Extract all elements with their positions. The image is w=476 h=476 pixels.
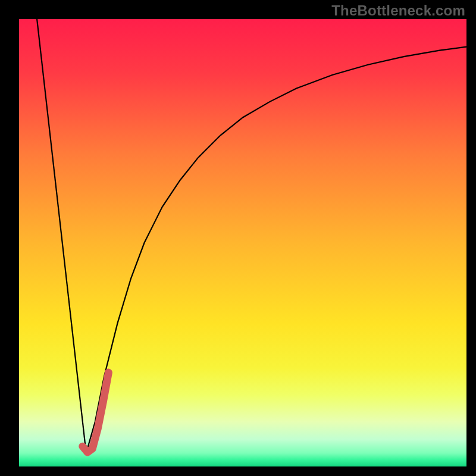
watermark-text: TheBottleneck.com xyxy=(331,2,465,19)
plot-svg xyxy=(19,19,466,466)
gradient-background xyxy=(19,19,466,466)
chart-frame: TheBottleneck.com xyxy=(0,0,476,476)
plot-area xyxy=(19,19,466,466)
